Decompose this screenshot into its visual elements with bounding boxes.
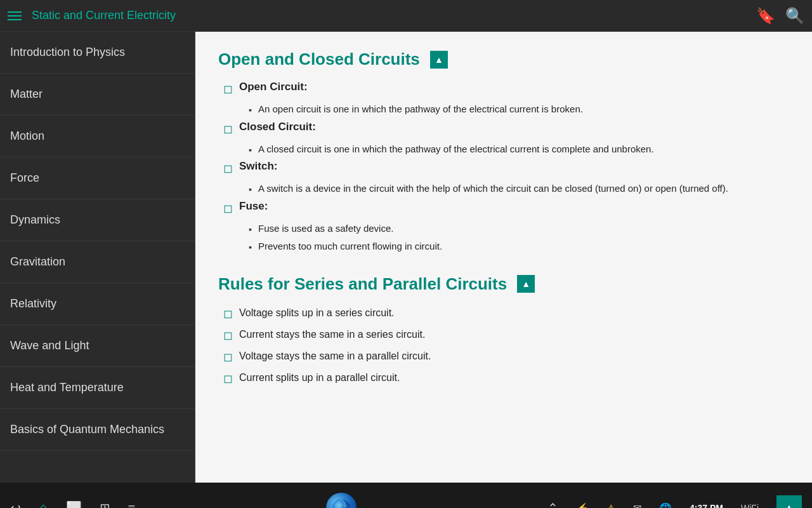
topic-bullet-switch: ◻ — [223, 161, 233, 175]
menu-nav-button[interactable]: ≡ — [128, 501, 136, 509]
sub-switch: ▪ A switch is a device in the circuit wi… — [249, 182, 789, 196]
globe-icon: 🌐 — [659, 502, 672, 509]
grid-button[interactable]: ⊞ — [100, 500, 110, 508]
app-logo — [326, 493, 357, 508]
topic-switch: ◻ Switch: — [223, 160, 789, 175]
email-icon: ✉ — [633, 502, 641, 509]
sidebar-item-quantum[interactable]: Basics of Quantum Mechanics — [0, 409, 195, 451]
sidebar-item-relativity[interactable]: Relativity — [0, 283, 195, 325]
sub-bullet-fuse-1: ▪ — [249, 224, 252, 234]
section1-collapse-button[interactable]: ▲ — [430, 51, 448, 69]
sub-bullet-fuse-2: ▪ — [249, 242, 252, 252]
sidebar-item-gravitation[interactable]: Gravitation — [0, 241, 195, 283]
rule-item-3: ◻ Voltage stays the same in a parallel c… — [223, 349, 789, 364]
section2-title: Rules for Series and Parallel Circuits ▲ — [218, 274, 789, 294]
section1-title: Open and Closed Circuits ▲ — [218, 50, 789, 69]
main-layout: Introduction to Physics Matter Motion Fo… — [0, 32, 812, 483]
topic-closed-circuit: ◻ Closed Circuit: — [223, 121, 789, 136]
bookmark-icon[interactable]: 🔖 — [756, 7, 775, 25]
menu-button[interactable] — [8, 9, 22, 23]
sidebar-item-motion[interactable]: Motion — [0, 116, 195, 157]
sidebar: Introduction to Physics Matter Motion Fo… — [0, 32, 195, 483]
topic-fuse: ◻ Fuse: — [223, 200, 789, 215]
search-icon[interactable]: 🔍 — [785, 7, 804, 25]
section2-collapse-button[interactable]: ▲ — [517, 275, 535, 293]
rule-item-2: ◻ Current stays the same in a series cir… — [223, 327, 789, 342]
sub-open-circuit: ▪ An open circuit is one in which the pa… — [249, 102, 789, 117]
svg-point-0 — [332, 499, 350, 508]
sidebar-item-dynamics[interactable]: Dynamics — [0, 199, 195, 241]
recents-button[interactable]: ⬜ — [66, 500, 82, 508]
section-series-parallel: Rules for Series and Parallel Circuits ▲… — [218, 274, 789, 385]
rule-bullet-4: ◻ — [223, 371, 233, 385]
sidebar-item-wave[interactable]: Wave and Light — [0, 325, 195, 367]
sub-closed-circuit: ▪ A closed circuit is one in which the p… — [249, 142, 789, 157]
section-open-closed: Open and Closed Circuits ▲ ◻ Open Circui… — [218, 50, 789, 254]
wifi-icon: WiFi — [741, 503, 759, 508]
warning-icon: ⚠ — [606, 502, 615, 509]
scroll-top-button[interactable]: ▲ — [776, 495, 802, 508]
sub-bullet-open: ▪ — [249, 105, 252, 115]
center-logo[interactable] — [326, 493, 357, 508]
nav-icons-left: ↩ ⌂ ⬜ ⊞ ≡ — [10, 499, 135, 508]
bottom-row: ↩ ⌂ ⬜ ⊞ ≡ — [0, 483, 812, 508]
up-button[interactable]: ⌃ — [547, 500, 558, 508]
nav-icons-right: ⌃ ⚡ ⚠ ✉ 🌐 4:37 PM WiFi ▲ — [547, 495, 802, 508]
sub-bullet-switch: ▪ — [249, 184, 252, 194]
rule-bullet-2: ◻ — [223, 328, 233, 342]
rule-item-4: ◻ Current splits up in a parallel circui… — [223, 370, 789, 385]
back-button[interactable]: ↩ — [10, 500, 21, 508]
rule-bullet-1: ◻ — [223, 307, 233, 321]
sidebar-item-intro[interactable]: Introduction to Physics — [0, 32, 195, 74]
sub-bullet-closed: ▪ — [249, 145, 252, 155]
rule-item-1: ◻ Voltage splits up in a series circuit. — [223, 305, 789, 321]
topic-bullet-fuse: ◻ — [223, 201, 233, 215]
home-button[interactable]: ⌂ — [39, 499, 48, 508]
content-area[interactable]: Open and Closed Circuits ▲ ◻ Open Circui… — [195, 32, 812, 483]
sub-fuse-1: ▪ Fuse is used as a safety device. — [249, 222, 789, 236]
sidebar-item-heat[interactable]: Heat and Temperature — [0, 367, 195, 409]
app-title: Static and Current Electricity — [32, 9, 756, 22]
topbar: Static and Current Electricity 🔖 🔍 — [0, 0, 812, 32]
topic-bullet-closed: ◻ — [223, 122, 233, 136]
rule-bullet-3: ◻ — [223, 350, 233, 364]
time-display: 4:37 PM — [690, 503, 723, 508]
sidebar-item-matter[interactable]: Matter — [0, 74, 195, 116]
bottom-nav: ↩ ⌂ ⬜ ⊞ ≡ — [0, 483, 812, 508]
usb-icon: ⚡ — [576, 502, 589, 509]
topic-open-circuit: ◻ Open Circuit: — [223, 81, 789, 96]
sidebar-item-force[interactable]: Force — [0, 157, 195, 199]
sub-fuse-2: ▪ Prevents too much current flowing in c… — [249, 239, 789, 254]
topic-bullet-open: ◻ — [223, 82, 233, 96]
